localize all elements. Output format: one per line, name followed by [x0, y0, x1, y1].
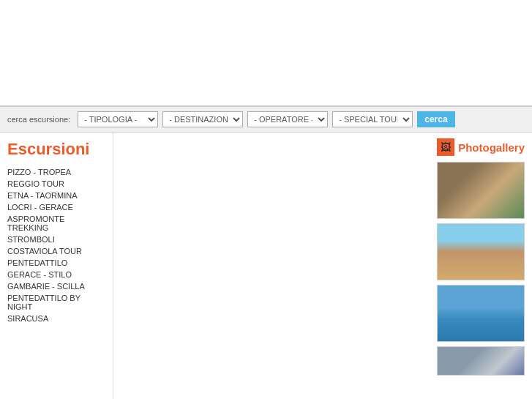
sidebar-item-pentedattilo-night[interactable]: PENTEDATTILO BY NIGHT	[7, 292, 105, 313]
sidebar-item-aspromonte-trekking[interactable]: ASPROMONTE TREKKING	[7, 213, 105, 234]
sidebar-item-gambarie-scilla[interactable]: GAMBARIE - SCILLA	[7, 280, 105, 292]
specialtour-select[interactable]: - SPECIAL TOUR -	[332, 111, 413, 127]
photogallery-header[interactable]: 🖼 Photogallery	[437, 138, 525, 156]
photogallery-label: Photogallery	[458, 141, 525, 154]
right-content: 🖼 Photogallery	[113, 133, 532, 399]
sidebar-item-pentedattilo[interactable]: PENTEDATTILO	[7, 257, 105, 269]
sidebar-item-pizzo-tropea[interactable]: PIZZO - TROPEA	[7, 166, 105, 178]
operatore-select[interactable]: - OPERATORE -	[247, 111, 328, 127]
sidebar-item-reggio-tour[interactable]: REGGIO TOUR	[7, 178, 105, 190]
photo-thumbnail-1[interactable]	[437, 162, 525, 219]
sidebar-item-siracusa[interactable]: SIRACUSA	[7, 313, 105, 324]
tipologia-select[interactable]: - TIPOLOGIA -	[78, 111, 158, 127]
sidebar-title: Escursioni	[7, 140, 105, 159]
sidebar-item-costaviola-tour[interactable]: COSTAVIOLA TOUR	[7, 245, 105, 257]
sidebar-item-etna-taormina[interactable]: ETNA - TAORMINA	[7, 190, 105, 201]
sidebar-item-stromboli[interactable]: STROMBOLI	[7, 234, 105, 245]
cerca-button[interactable]: cerca	[417, 111, 454, 127]
main-content: Escursioni PIZZO - TROPEA REGGIO TOUR ET…	[0, 133, 532, 399]
search-label: cerca escursione:	[7, 115, 70, 124]
camera-icon: 🖼	[441, 141, 451, 153]
sidebar: Escursioni PIZZO - TROPEA REGGIO TOUR ET…	[0, 133, 113, 399]
search-bar: cerca escursione: - TIPOLOGIA - - DESTIN…	[0, 106, 532, 133]
banner-area	[0, 0, 532, 106]
sidebar-item-gerace-stilo[interactable]: GERACE - STILO	[7, 269, 105, 280]
photogallery-icon: 🖼	[437, 138, 454, 156]
photo-thumbnail-3[interactable]	[437, 285, 525, 342]
photo-thumbnail-2[interactable]	[437, 223, 525, 280]
destinazione-select[interactable]: - DESTINAZIONE -	[162, 111, 243, 127]
sidebar-item-locri-gerace[interactable]: LOCRI - GERACE	[7, 201, 105, 213]
photo-thumbnail-4[interactable]	[437, 346, 525, 376]
